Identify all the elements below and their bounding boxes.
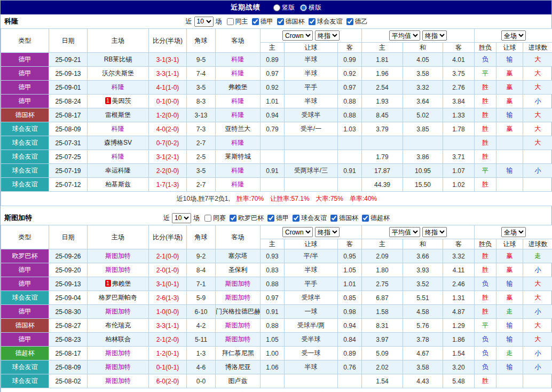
away-team-name[interactable]: 科隆 — [232, 167, 245, 174]
filter-league-5[interactable]: 德超杯 — [362, 214, 390, 223]
away-team-name[interactable]: 亚特兰大 — [225, 125, 251, 132]
filter-same-checkbox[interactable] — [227, 18, 234, 25]
away-team-name[interactable]: 博洛尼亚 — [225, 363, 251, 371]
away-team[interactable]: 斯图加特 — [216, 319, 261, 333]
home-team[interactable]: 格罗巴斯帕奇 — [88, 291, 149, 305]
filter-league-1-checkbox[interactable] — [230, 215, 236, 222]
avg-source-select-1[interactable]: 平均值 — [389, 30, 420, 41]
filter-league-2[interactable]: 德甲 — [267, 214, 289, 223]
home-team-name[interactable]: 科隆 — [112, 83, 124, 91]
home-team[interactable]: RB莱比锡 — [88, 53, 149, 67]
filter-league-1-checkbox[interactable] — [252, 18, 259, 25]
odds-source-select-2[interactable]: 终指 — [315, 30, 340, 41]
away-team[interactable]: 圣保利 — [216, 263, 261, 277]
away-team-name[interactable]: 弗赖堡 — [228, 83, 248, 91]
recent-count-select[interactable]: 10 — [194, 17, 214, 27]
avg-source-select-2[interactable]: 终指 — [422, 227, 447, 237]
home-team-name[interactable]: 雷根斯堡 — [105, 111, 131, 119]
home-team[interactable]: 沃尔夫斯堡 — [88, 67, 149, 81]
home-team[interactable]: 柏林联合 — [88, 333, 149, 347]
home-team[interactable]: 1美因茨 — [88, 95, 149, 108]
filter-league-2[interactable]: 德国杯 — [277, 17, 305, 26]
away-team-name[interactable]: 斯图加特 — [225, 322, 251, 329]
home-team[interactable]: 科隆 — [88, 122, 149, 136]
away-team[interactable]: 拜仁慕尼黑 — [216, 347, 261, 360]
away-team-name[interactable]: 斯图加特 — [225, 294, 251, 301]
odds-source-select-1[interactable]: Crown — [282, 30, 313, 41]
layout-radio-input[interactable] — [300, 4, 307, 11]
filter-league-3-checkbox[interactable] — [309, 18, 316, 25]
avg-source-select-1[interactable]: 平均值 — [389, 227, 420, 237]
filter-league-1[interactable]: 欧罗巴杯 — [230, 214, 264, 223]
away-team-name[interactable]: 科隆 — [232, 56, 245, 63]
home-team-name[interactable]: 科隆 — [112, 125, 124, 132]
home-team[interactable]: 柏基斯兹 — [88, 178, 149, 192]
away-team[interactable]: 斯图加特 — [216, 277, 261, 291]
home-team[interactable]: 斯图加特 — [88, 249, 149, 263]
away-team-name[interactable]: 塞尔塔 — [228, 252, 248, 260]
home-team-name[interactable]: 森博格SV — [104, 139, 132, 146]
away-team-name[interactable]: 科隆 — [232, 111, 245, 119]
filter-same-checkbox[interactable] — [204, 215, 211, 222]
home-team[interactable]: 幸运科隆 — [88, 164, 149, 178]
home-team[interactable]: 斯图加特 — [88, 263, 149, 277]
home-team-name[interactable]: 斯图加特 — [105, 266, 131, 273]
filter-league-2-checkbox[interactable] — [267, 215, 274, 222]
away-team[interactable]: 科隆 — [216, 53, 261, 67]
away-team[interactable]: 科隆 — [216, 178, 261, 192]
away-team-name[interactable]: 拜仁慕尼黑 — [222, 349, 254, 357]
home-team[interactable]: 科隆 — [88, 81, 149, 95]
home-team-name[interactable]: 科隆 — [112, 153, 124, 160]
home-team[interactable]: 科隆 — [88, 150, 149, 164]
filter-league-2-checkbox[interactable] — [277, 18, 284, 25]
home-team-name[interactable]: 斯图加特 — [105, 349, 131, 357]
away-team[interactable]: 亚特兰大 — [216, 122, 261, 136]
home-team[interactable]: 斯图加特 — [88, 347, 149, 360]
home-team[interactable]: 森博格SV — [88, 136, 149, 150]
away-team-name[interactable]: 斯图加特 — [225, 280, 251, 287]
away-team-name[interactable]: 科隆 — [232, 139, 245, 146]
home-team[interactable]: 斯图加特 — [88, 360, 149, 374]
home-team-name[interactable]: 布伦瑞克 — [105, 322, 131, 329]
avg-source-select-2[interactable]: 终指 — [422, 30, 447, 41]
filter-league-4[interactable]: 德乙 — [346, 17, 368, 26]
filter-league-4-checkbox[interactable] — [346, 18, 353, 25]
home-team-name[interactable]: 美因茨 — [112, 97, 131, 105]
away-team[interactable]: 科隆 — [216, 164, 261, 178]
filter-league-3[interactable]: 球会友谊 — [309, 17, 343, 26]
away-team-name[interactable]: 圣保利 — [228, 266, 248, 273]
layout-radio-2[interactable]: 横版 — [300, 3, 321, 12]
layout-radio-1[interactable]: 竖版 — [273, 3, 295, 12]
home-team-name[interactable]: 格罗巴斯帕奇 — [99, 294, 137, 301]
home-team-name[interactable]: 斯图加特 — [105, 252, 131, 260]
away-team[interactable]: 塞尔塔 — [216, 249, 261, 263]
filter-same[interactable]: 同主 — [227, 17, 248, 26]
filter-league-3-checkbox[interactable] — [293, 215, 299, 222]
away-team[interactable]: 弗赖堡 — [216, 81, 261, 95]
home-team-name[interactable]: 斯图加特 — [105, 363, 131, 371]
home-team[interactable]: 布伦瑞克 — [88, 319, 149, 333]
home-team-name[interactable]: 柏基斯兹 — [105, 181, 131, 188]
away-team-name[interactable]: 图卢兹 — [228, 377, 248, 385]
result-source-select-1[interactable]: 全场 — [501, 227, 526, 237]
result-source-select-1[interactable]: 全场 — [501, 30, 526, 41]
filter-league-1[interactable]: 德甲 — [252, 17, 273, 26]
home-team-name[interactable]: RB莱比锡 — [104, 56, 132, 63]
home-team-name[interactable]: 斯图加特 — [105, 377, 131, 385]
filter-same[interactable]: 同赛 — [204, 214, 226, 223]
recent-count-select[interactable]: 10 — [172, 213, 191, 223]
filter-league-3[interactable]: 球会友谊 — [293, 214, 327, 223]
away-team[interactable]: 科隆 — [216, 67, 261, 81]
home-team[interactable]: 1弗赖堡 — [88, 277, 149, 291]
away-team[interactable]: 图卢兹 — [216, 374, 261, 388]
home-team-name[interactable]: 沃尔夫斯堡 — [102, 69, 134, 77]
away-team[interactable]: 科隆 — [216, 136, 261, 150]
filter-league-5-checkbox[interactable] — [362, 215, 369, 222]
home-team[interactable]: 雷根斯堡 — [88, 108, 149, 122]
away-team-name[interactable]: 莱斯特城 — [225, 153, 251, 160]
filter-league-4-checkbox[interactable] — [330, 215, 337, 222]
home-team-name[interactable]: 柏林联合 — [105, 335, 131, 343]
away-team[interactable]: 门兴格拉德巴赫 — [216, 305, 261, 319]
away-team[interactable]: 斯图加特 — [216, 333, 261, 347]
away-team-name[interactable]: 斯图加特 — [225, 335, 251, 343]
